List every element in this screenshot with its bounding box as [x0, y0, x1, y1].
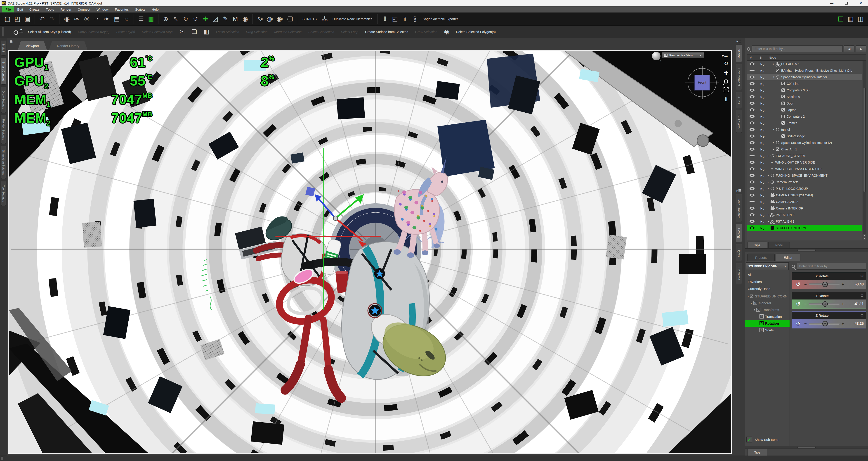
slider-handle[interactable] — [822, 282, 828, 287]
node-selection-tool-icon[interactable]: ↖ — [171, 14, 180, 24]
view-cube[interactable]: Front — [694, 75, 710, 90]
eraser-cursor-icon[interactable]: ◧ — [204, 28, 209, 35]
add-point-light-icon[interactable]: +✳ — [82, 14, 91, 24]
visibility-eye-icon[interactable] — [749, 108, 754, 111]
dock-tab-environment[interactable]: Environment — [736, 64, 742, 90]
visibility-eye-icon[interactable] — [749, 167, 754, 170]
scene-bottom-tab-node[interactable]: Node — [768, 241, 790, 248]
dock-tab-abas[interactable]: ABas — [736, 92, 742, 108]
slider-track[interactable] — [809, 283, 840, 285]
visibility-eye-icon[interactable] — [749, 155, 754, 156]
dock-tab-face-transfer[interactable]: Face Transfer — [736, 194, 742, 222]
slider-value[interactable]: -41.11 — [846, 302, 864, 306]
selectable-cursor-icon[interactable] — [759, 220, 764, 224]
expander-icon[interactable]: ▾ — [772, 128, 776, 131]
scene-node-fucking-space-environment[interactable]: ▸FUCKING_SPACE_ENVIRONMENT — [747, 172, 862, 179]
selectable-cursor-icon[interactable] — [759, 95, 764, 99]
slider-track[interactable] — [809, 323, 840, 325]
visibility-eye-icon[interactable] — [749, 115, 754, 118]
dock-tab-bj-layers[interactable]: BJ Layers — [736, 110, 742, 133]
dock-tab-tool-settings[interactable]: Tool Settings — [1, 181, 6, 206]
params-group-stuffed-unicorn[interactable]: ▾STUFFED UNICORN — [745, 293, 789, 299]
duplicate-node-hierarchies-label[interactable]: Duplicate Node Hierarchies — [330, 17, 375, 21]
scene-node-pst-alien-3[interactable]: ▸PST ALIEN 3 — [747, 218, 862, 225]
undo-icon[interactable]: ↶ — [37, 14, 47, 24]
scene-node-stuffed-unicorn[interactable]: STUFFED UNICORN — [747, 225, 862, 231]
increment-button[interactable]: + — [842, 302, 844, 307]
pointer-settings-icon[interactable]: ↖⚙ — [255, 14, 265, 24]
selectable-cursor-icon[interactable] — [759, 127, 764, 132]
selectable-cursor-icon[interactable] — [759, 154, 764, 158]
frame-icon[interactable] — [723, 87, 728, 92]
selectable-cursor-icon[interactable] — [759, 186, 764, 191]
scene-node-camera-interior[interactable]: Camera INTERIOR — [747, 205, 862, 211]
params-filter-input[interactable]: Enter text to filter by... — [797, 263, 866, 270]
rotate-tool-icon[interactable]: ↺ — [191, 14, 200, 24]
selectable-cursor-icon[interactable] — [759, 180, 764, 184]
selectable-cursor-icon[interactable] — [759, 88, 764, 92]
visibility-eye-icon[interactable] — [749, 82, 754, 85]
viewport-menu-icon[interactable]: ▸☰ — [722, 53, 728, 58]
decrement-button[interactable]: − — [804, 321, 807, 326]
visibility-eye-icon[interactable] — [749, 187, 754, 190]
scene-filter-input[interactable]: Enter text to filter by... — [752, 46, 843, 52]
params-nav-currently-used[interactable]: Currently Used — [745, 285, 789, 292]
selectable-cursor-icon[interactable] — [759, 213, 764, 217]
posing-group-menu-icon[interactable]: ▸☰ — [737, 189, 741, 192]
dock-tab-cameras[interactable]: Cameras — [736, 263, 742, 285]
decrement-button[interactable]: − — [804, 302, 807, 307]
scene-node-computers-2[interactable]: Computers 2 — [747, 113, 862, 120]
slider-handle[interactable] — [822, 301, 828, 307]
scripts-label[interactable]: SCRIPTS — [300, 17, 319, 21]
scene-bottom-tab-tips[interactable]: Tips — [747, 241, 767, 248]
visibility-eye-icon[interactable] — [749, 141, 754, 144]
dock-tab-posing[interactable]: Posing — [736, 224, 742, 242]
scene-group-menu-icon[interactable]: ▸☰ — [737, 39, 741, 43]
expander-icon[interactable]: ▸ — [766, 174, 771, 177]
params-group-translation[interactable]: GTranslation — [745, 313, 789, 320]
scene-node-laptop[interactable]: Laptop — [747, 107, 862, 113]
action-select-all-item-keys-filtered-[interactable]: Select All Item Keys (Filtered) — [28, 30, 71, 34]
scene-node-pst-alien-1[interactable]: ▸PST ALIEN 1 — [747, 61, 862, 67]
params-nav-all[interactable]: All — [745, 271, 789, 278]
aim-icon[interactable]: ⇧ — [723, 96, 729, 103]
expander-icon[interactable]: ▸ — [772, 141, 776, 144]
scene-node-earkham-helper-props-emissive-ghost-light-orb[interactable]: EArkham Helper Props - Emissive Ghost Li… — [747, 67, 862, 74]
selectable-cursor-icon[interactable] — [759, 62, 764, 66]
selectable-cursor-icon[interactable] — [759, 147, 764, 151]
scene-node-wing-light-driver-side[interactable]: ✶WING LIGHT DRIVER SIDE — [747, 159, 862, 166]
selectable-cursor-icon[interactable] — [759, 141, 764, 145]
menu-favorites[interactable]: Favorites — [112, 6, 132, 12]
restore-button[interactable] — [839, 0, 854, 6]
tips-tab[interactable]: Tips — [747, 449, 767, 456]
selectable-cursor-icon[interactable] — [759, 200, 764, 204]
tab-viewport[interactable]: Viewport — [18, 41, 47, 50]
visibility-eye-icon[interactable] — [749, 207, 754, 210]
selectable-cursor-icon[interactable] — [759, 108, 764, 112]
menu-file[interactable]: File — [2, 6, 14, 12]
params-group-transforms[interactable]: ▾GTransforms — [745, 306, 789, 313]
increment-button[interactable]: + — [842, 321, 844, 326]
scene-node-door[interactable]: Door — [747, 100, 862, 107]
scene-node-camera-presets[interactable]: ▸Camera Presets — [747, 179, 862, 185]
scene-node-scifipassage[interactable]: ScifiPassage — [747, 133, 862, 139]
scene-node-exhaust-system[interactable]: ▸EXHAUST_SYSTEM — [747, 152, 862, 159]
new-file-icon[interactable]: ▢ — [3, 14, 12, 24]
sagan-exporter-icon-icon[interactable]: § — [410, 14, 420, 24]
visibility-eye-icon[interactable] — [749, 201, 754, 202]
add-key-icon[interactable]: + — [13, 30, 21, 34]
redo-icon[interactable]: ↷ — [47, 14, 57, 24]
cut-keys-icon[interactable]: ✂ — [180, 28, 185, 35]
dock-tab-install[interactable]: Install — [1, 40, 6, 56]
selectable-cursor-icon[interactable] — [759, 68, 764, 73]
visibility-eye-icon[interactable] — [749, 102, 754, 105]
selectable-cursor-icon[interactable] — [759, 134, 764, 138]
gear-icon[interactable]: ⚙ — [860, 313, 864, 318]
visibility-eye-icon[interactable] — [749, 226, 754, 229]
params-group-rotation[interactable]: GRotation — [745, 320, 789, 327]
filter-prev-button[interactable]: ◀ — [844, 46, 855, 52]
scene-node-space-station-cylindrical-interior-2-[interactable]: ▸Space Station Cylindrical Interior (2) — [747, 139, 862, 146]
slider-value[interactable]: -43.25 — [846, 322, 864, 326]
save-file-icon[interactable]: ▣ — [23, 14, 32, 24]
selectable-cursor-icon[interactable] — [759, 226, 764, 230]
